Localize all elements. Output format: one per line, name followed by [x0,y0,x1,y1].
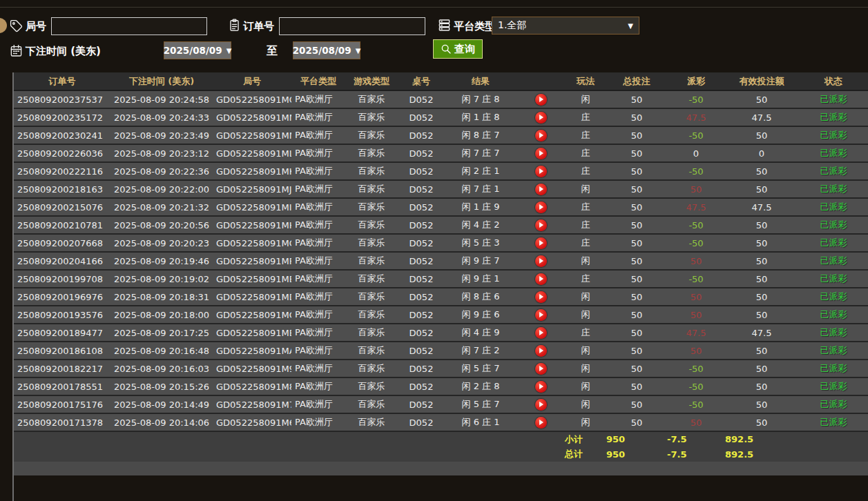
cell-bet-time: 2025-08-09 20:22:00 [110,180,213,198]
cell-result: 闲 7 庄 1 [445,180,517,198]
search-button[interactable]: 查询 [433,39,483,59]
replay-video-button[interactable] [535,273,547,285]
replay-video-button[interactable] [535,166,547,177]
bet-time-label: 下注时间 (美东) [26,42,101,60]
cell-bet-time: 2025-08-09 20:18:31 [110,288,213,306]
cell-total-bet: 50 [606,360,667,377]
play-icon [539,150,543,156]
cell-table-no: D052 [398,324,445,342]
calendar-icon [10,44,23,57]
round-no-input[interactable] [51,17,207,35]
replay-video-button[interactable] [535,237,547,249]
cell-status: 已派彩 [798,395,868,413]
cell-platform: PA欧洲厅 [291,126,345,144]
table-row: 250809200175176 2025-08-09 20:14:49 GD05… [14,395,868,413]
replay-video-button[interactable] [535,363,547,375]
cell-game-type: 百家乐 [345,162,398,180]
cell-status: 已派彩 [798,252,868,270]
replay-video-button[interactable] [535,184,547,195]
cell-total-bet: 50 [606,216,667,234]
cell-payout: -50 [667,162,725,180]
cell-total-bet: 50 [606,252,667,270]
cell-total-bet: 50 [606,162,667,180]
cell-round-no: GD052258091MJ [213,180,291,198]
platform-type-select[interactable]: 1.全部 ▼ [492,17,639,35]
cell-status: 已派彩 [798,377,868,395]
order-no-input[interactable] [279,17,425,35]
play-icon [539,97,543,102]
cell-game-type: 百家乐 [345,198,398,216]
cell-replay [517,306,565,324]
date-to-select[interactable]: 2025/08/09 ▼ [293,41,360,59]
replay-video-button[interactable] [535,291,547,303]
cell-play-type: 庄 [565,216,606,234]
chevron-down-icon: ▼ [628,22,633,30]
cell-table-no: D052 [398,413,445,431]
cell-play-type: 闲 [565,342,606,360]
replay-video-button[interactable] [535,112,547,124]
cell-replay [517,108,565,126]
cell-game-type: 百家乐 [345,108,398,126]
cell-order-no: 250809200218163 [14,180,110,198]
replay-video-button[interactable] [535,148,547,159]
column-header-round-no: 局号 [213,72,291,90]
play-icon [539,402,543,407]
column-header-play-type: 玩法 [565,72,606,90]
cell-payout: -50 [667,395,725,413]
round-no-label: 局号 [26,17,46,35]
cell-result: 闲 8 庄 6 [445,288,517,306]
replay-video-button[interactable] [535,202,547,213]
cell-bet-time: 2025-08-09 20:24:33 [110,108,213,126]
cell-valid-bet: 50 [725,360,798,377]
cell-play-type: 闲 [565,360,606,377]
cell-result: 闲 9 庄 7 [445,252,517,270]
cell-valid-bet: 47.5 [725,108,798,126]
replay-video-button[interactable] [535,399,547,411]
cell-game-type: 百家乐 [345,413,398,431]
cell-table-no: D052 [398,216,445,234]
replay-video-button[interactable] [535,381,547,393]
platform-type-value: 1.全部 [498,19,526,32]
play-icon [539,312,543,317]
table-row: 250809200222116 2025-08-09 20:22:36 GD05… [14,162,868,180]
cell-table-no: D052 [398,198,445,216]
cell-replay [517,144,565,162]
cell-round-no: GD052258091M6 [213,413,291,431]
cell-table-no: D052 [398,234,445,252]
cell-payout: 47.5 [667,108,725,126]
subtotal-valid-bet: 892.5 [725,431,798,446]
cell-result: 闲 7 庄 7 [445,144,517,162]
cell-order-no: 250809200210781 [14,216,110,234]
total-valid-bet: 892.5 [725,446,798,462]
cell-bet-time: 2025-08-09 20:19:46 [110,252,213,270]
column-header-status: 状态 [798,72,868,90]
cell-round-no: GD052258091MI [213,198,291,216]
play-icon [539,115,543,120]
replay-video-button[interactable] [535,255,547,267]
cell-bet-time: 2025-08-09 20:16:48 [110,342,213,360]
column-header-valid-bet: 有效投注额 [725,72,798,90]
replay-video-button[interactable] [535,327,547,339]
replay-video-button[interactable] [535,309,547,321]
replay-video-button[interactable] [535,94,547,106]
cell-platform: PA欧洲厅 [291,108,345,126]
cell-round-no: GD052258091MA [213,342,291,360]
date-from-select[interactable]: 2025/08/09 ▼ [164,41,231,59]
cell-result: 闲 9 庄 1 [445,270,517,288]
total-total-bet: 950 [606,446,667,462]
date-from-value: 2025/08/09 [164,45,222,56]
cell-play-type: 庄 [565,162,606,180]
cell-round-no: GD052258091MK [213,162,291,180]
cell-bet-time: 2025-08-09 20:22:36 [110,162,213,180]
replay-video-button[interactable] [535,417,547,429]
replay-video-button[interactable] [535,130,547,141]
cell-result: 闲 1 庄 8 [445,108,517,126]
cell-table-no: D052 [398,270,445,288]
cell-bet-time: 2025-08-09 20:17:25 [110,324,213,342]
table-row: 250809200204166 2025-08-09 20:19:46 GD05… [14,252,868,270]
sidebar-collapse-handle[interactable] [0,18,7,33]
replay-video-button[interactable] [535,219,547,231]
cell-platform: PA欧洲厅 [291,216,345,234]
replay-video-button[interactable] [535,345,547,357]
cell-status: 已派彩 [798,162,868,180]
